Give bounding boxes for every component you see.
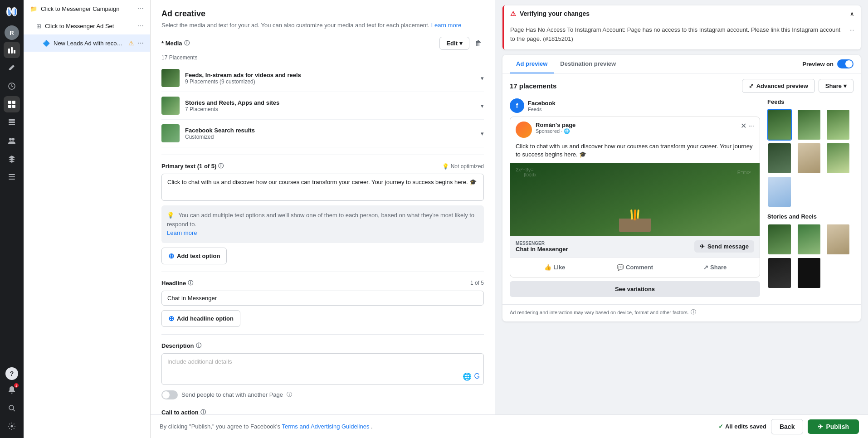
clock-nav-icon[interactable] xyxy=(4,78,20,94)
hint-bulb-icon: 💡 xyxy=(167,212,174,219)
send-toggle[interactable] xyxy=(161,390,178,399)
thumb-img-s4 xyxy=(768,258,791,288)
bottom-bar: By clicking "Publish," you agree to Face… xyxy=(151,414,868,438)
thumb-s3[interactable] xyxy=(826,224,850,255)
headline-input[interactable] xyxy=(161,291,484,306)
thumb-img-s1 xyxy=(768,224,791,254)
comment-button[interactable]: 💬 Comment xyxy=(596,261,674,273)
thumb-5[interactable] xyxy=(797,142,821,174)
warning-collapse-icon[interactable]: ∧ xyxy=(850,10,854,17)
svg-rect-13 xyxy=(12,105,15,108)
thumb-s4[interactable] xyxy=(767,257,792,289)
headline-info-icon[interactable]: ⓘ xyxy=(188,279,193,287)
description-box[interactable]: Include additional details 🌐 G xyxy=(161,353,484,385)
ad-preview-tab[interactable]: Ad preview xyxy=(510,55,554,73)
card-close-button[interactable]: ✕ xyxy=(741,122,746,130)
search-nav-icon[interactable] xyxy=(4,400,20,416)
add-headline-plus-icon: ⊕ xyxy=(168,314,174,323)
thumb-img-s3 xyxy=(827,224,849,254)
content-area: Ad creative Select the media and text fo… xyxy=(151,0,868,414)
page-name: Román's page xyxy=(536,122,737,128)
see-variations-button[interactable]: See variations xyxy=(510,281,760,297)
back-button[interactable]: Back xyxy=(771,419,803,434)
thumb-s1[interactable] xyxy=(767,224,792,255)
meta-logo: 𝕄 xyxy=(4,4,20,20)
terms-link[interactable]: Terms and Advertising Guidelines xyxy=(282,423,369,430)
ad-warning-icon: ⚠ xyxy=(128,39,134,47)
learn-more-link[interactable]: Learn more xyxy=(431,22,461,29)
list-nav-icon[interactable] xyxy=(4,169,20,185)
description-info-icon[interactable]: ⓘ xyxy=(196,342,201,350)
thumb-6[interactable] xyxy=(826,142,850,174)
preview-on-toggle[interactable] xyxy=(837,59,853,68)
warning-banner: ⚠ Verifying your changes ∧ Page Has No A… xyxy=(502,5,861,49)
hint-learn-more-link[interactable]: Learn more xyxy=(167,229,197,236)
campaign-dots-icon[interactable]: ··· xyxy=(138,5,144,13)
thumb-img-3 xyxy=(827,110,849,140)
thumb-2[interactable] xyxy=(797,109,821,141)
publish-button[interactable]: ✈ Publish xyxy=(808,419,859,434)
stories-chevron-icon: ▾ xyxy=(481,102,484,109)
add-headline-option-button[interactable]: ⊕ Add headline option xyxy=(161,310,240,327)
media-row-stories[interactable]: Stories and Reels, Apps and sites 7 Plac… xyxy=(161,92,484,120)
pages-nav-icon[interactable] xyxy=(4,114,20,131)
ad-card-header: Román's page Sponsored · 🌐 ✕ ··· xyxy=(510,117,760,142)
preview-content: f Facebook Feeds xyxy=(502,98,861,304)
thumb-img-2 xyxy=(798,110,820,140)
adset-nav-item[interactable]: ⊞ Click to Messenger Ad Set ··· xyxy=(24,17,150,34)
share-reaction-button[interactable]: ↗ Share xyxy=(676,261,754,273)
campaign-nav-item[interactable]: 📁 Click to Messenger Campaign ··· xyxy=(24,0,150,17)
edit-media-button[interactable]: Edit ▾ xyxy=(439,37,469,50)
grid-nav-icon[interactable] xyxy=(4,96,20,112)
help-icon[interactable]: ? xyxy=(5,367,18,380)
preview-toggle-thumb xyxy=(845,60,853,68)
share-button[interactable]: Share ▾ xyxy=(819,79,853,93)
send-toggle-info-icon[interactable]: ⓘ xyxy=(287,391,292,399)
grammar-icon[interactable]: G xyxy=(474,372,480,381)
thumb-4[interactable] xyxy=(767,142,792,174)
ad-card: Román's page Sponsored · 🌐 ✕ ··· xyxy=(510,117,760,277)
delete-media-button[interactable]: 🗑 xyxy=(473,38,484,49)
primary-text-info-icon[interactable]: ⓘ xyxy=(218,162,224,170)
ad-dots-icon[interactable]: ··· xyxy=(138,39,144,47)
warning-header[interactable]: ⚠ Verifying your changes ∧ xyxy=(504,5,861,22)
notification-icon[interactable]: 1 xyxy=(4,382,20,398)
thumb-7[interactable] xyxy=(767,176,792,208)
user-avatar[interactable]: R xyxy=(5,25,19,40)
layers-nav-icon[interactable] xyxy=(4,151,20,167)
add-text-option-button[interactable]: ⊕ Add text option xyxy=(161,248,227,264)
send-message-button[interactable]: ✈ Send message xyxy=(694,240,754,253)
divider-2 xyxy=(161,272,484,272)
thumb-s5[interactable] xyxy=(797,257,821,289)
thumb-img-s2 xyxy=(798,224,820,254)
gear-nav-icon[interactable] xyxy=(4,418,20,434)
audience-nav-icon[interactable] xyxy=(4,132,20,149)
svg-rect-8 xyxy=(14,50,15,54)
cta-info-icon[interactable]: ⓘ xyxy=(200,409,206,414)
search-name: Facebook Search results xyxy=(185,127,481,134)
advanced-preview-button[interactable]: ⤢ Advanced preview xyxy=(742,79,815,93)
warning-more-icon[interactable]: ··· xyxy=(849,25,854,34)
footer-info-icon[interactable]: ⓘ xyxy=(691,308,696,316)
card-more-button[interactable]: ··· xyxy=(748,122,754,130)
ad-nav-item[interactable]: 🔷 New Leads Ad with recomme... ⚠ ··· xyxy=(24,34,150,52)
thumb-s2[interactable] xyxy=(797,224,821,255)
media-row-feeds[interactable]: Feeds, In-stream ads for videos and reel… xyxy=(161,64,484,92)
primary-text-box[interactable]: Click to chat with us and discover how o… xyxy=(161,174,484,201)
feeds-thumb-grid xyxy=(767,109,853,208)
media-row-search[interactable]: Facebook Search results Customized ▾ xyxy=(161,120,484,147)
preview-tab-right: Preview on xyxy=(802,59,853,68)
like-button[interactable]: 👍 Like xyxy=(516,261,594,273)
svg-rect-21 xyxy=(9,179,15,180)
media-info-icon[interactable]: ⓘ xyxy=(184,39,190,47)
feeds-chevron-icon: ▾ xyxy=(481,75,484,82)
destination-preview-tab[interactable]: Destination preview xyxy=(554,55,622,73)
thumb-1[interactable] xyxy=(767,109,792,141)
charts-nav-icon[interactable] xyxy=(4,42,20,58)
thumb-3[interactable] xyxy=(826,109,850,141)
adset-dots-icon[interactable]: ··· xyxy=(138,22,144,30)
edit-nav-icon[interactable] xyxy=(4,60,20,76)
emoji-icon[interactable]: 🌐 xyxy=(463,372,472,381)
thumb-img-4 xyxy=(768,143,791,173)
globe-icon: 🌐 xyxy=(564,128,570,134)
